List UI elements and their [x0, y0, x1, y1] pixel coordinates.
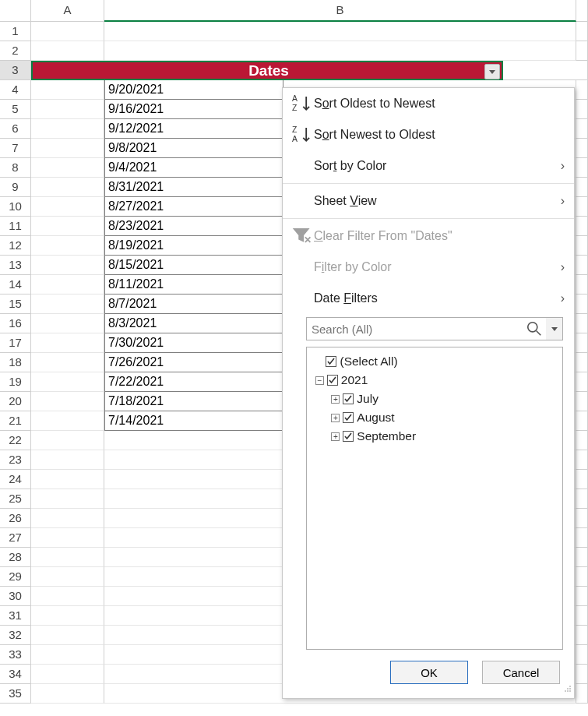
cell[interactable]	[576, 489, 588, 509]
row-header[interactable]: 9	[0, 178, 31, 197]
date-cell[interactable]: 8/19/2021	[104, 236, 283, 256]
date-cell[interactable]: 7/22/2021	[104, 372, 283, 392]
expand-icon[interactable]	[331, 414, 340, 422]
cell[interactable]	[31, 41, 104, 61]
cell[interactable]	[31, 489, 104, 509]
cell[interactable]	[31, 431, 104, 450]
cell[interactable]	[576, 606, 588, 626]
row-header[interactable]: 24	[0, 470, 31, 489]
cell[interactable]	[31, 197, 104, 217]
date-cell[interactable]: 8/15/2021	[104, 256, 283, 275]
row-header[interactable]: 10	[0, 197, 31, 217]
resize-grip-icon[interactable]	[564, 682, 572, 696]
date-cell[interactable]: 8/31/2021	[104, 178, 283, 197]
cell[interactable]	[576, 392, 588, 411]
expand-icon[interactable]	[331, 432, 340, 441]
cell[interactable]	[31, 411, 104, 431]
date-cell[interactable]: 7/14/2021	[104, 411, 283, 431]
cell[interactable]	[31, 295, 104, 314]
select-all-corner[interactable]	[0, 0, 31, 22]
row-header[interactable]: 25	[0, 489, 31, 509]
date-cell[interactable]: 8/11/2021	[104, 275, 283, 295]
cell[interactable]	[31, 236, 104, 256]
row-header[interactable]: 3	[0, 61, 31, 80]
date-cell[interactable]: 9/20/2021	[104, 80, 283, 100]
row-header[interactable]: 33	[0, 645, 31, 665]
cell[interactable]	[576, 197, 588, 217]
row-header[interactable]: 31	[0, 606, 31, 626]
tree-month[interactable]: September	[310, 427, 559, 446]
cell[interactable]	[576, 22, 588, 41]
cell[interactable]	[31, 587, 104, 606]
cell[interactable]	[576, 100, 588, 119]
cell[interactable]	[31, 100, 104, 119]
cell[interactable]	[31, 314, 104, 333]
expand-icon[interactable]	[331, 395, 340, 404]
sort-by-color[interactable]: Sort by Color ›	[283, 150, 574, 182]
cell[interactable]	[31, 119, 104, 139]
date-cell[interactable]: 7/30/2021	[104, 333, 283, 353]
cell[interactable]	[31, 333, 104, 353]
cell[interactable]	[31, 470, 104, 489]
cell[interactable]	[31, 626, 104, 645]
date-filters[interactable]: Date Filters ›	[283, 283, 574, 314]
cell[interactable]	[576, 411, 588, 431]
cell[interactable]	[576, 645, 588, 665]
row-header[interactable]: 12	[0, 236, 31, 256]
row-header[interactable]: 32	[0, 626, 31, 645]
cell[interactable]	[31, 275, 104, 295]
cell[interactable]	[31, 22, 104, 41]
checkbox-icon[interactable]	[343, 393, 354, 404]
cancel-button[interactable]: Cancel	[482, 661, 560, 684]
cell[interactable]	[31, 548, 104, 567]
cell[interactable]	[31, 567, 104, 587]
cell[interactable]	[576, 119, 588, 139]
cell[interactable]	[576, 509, 588, 528]
cell[interactable]	[576, 431, 588, 450]
row-header[interactable]: 22	[0, 431, 31, 450]
cell[interactable]	[576, 587, 588, 606]
cell[interactable]	[576, 665, 588, 684]
cell[interactable]	[31, 684, 104, 704]
cell[interactable]	[576, 80, 588, 100]
cell[interactable]	[576, 295, 588, 314]
row-header[interactable]: 7	[0, 139, 31, 158]
ok-button[interactable]: OK	[390, 661, 468, 684]
cell[interactable]	[576, 314, 588, 333]
col-header-b[interactable]: B	[104, 0, 576, 22]
date-cell[interactable]: 8/7/2021	[104, 295, 283, 314]
tree-month[interactable]: July	[310, 390, 559, 408]
cell[interactable]	[503, 61, 588, 80]
row-header[interactable]: 35	[0, 684, 31, 704]
cell[interactable]	[576, 236, 588, 256]
cell[interactable]	[576, 684, 588, 704]
row-header[interactable]: 28	[0, 548, 31, 567]
filter-dropdown-button[interactable]	[484, 64, 500, 79]
cell[interactable]	[576, 333, 588, 353]
tree-month[interactable]: August	[310, 408, 559, 427]
sort-oldest-to-newest[interactable]: AZ Sort Oldest to Newest	[283, 88, 574, 119]
cell[interactable]	[576, 528, 588, 548]
cell[interactable]	[576, 217, 588, 236]
tree-year[interactable]: 2021	[310, 371, 559, 390]
cell[interactable]	[576, 450, 588, 470]
row-header[interactable]: 29	[0, 567, 31, 587]
date-cell[interactable]: 8/23/2021	[104, 217, 283, 236]
row-header[interactable]: 13	[0, 256, 31, 275]
tree-select-all[interactable]: (Select All)	[310, 352, 559, 371]
row-header[interactable]: 27	[0, 528, 31, 548]
cell[interactable]	[104, 22, 576, 41]
row-header[interactable]: 17	[0, 333, 31, 353]
cell[interactable]	[576, 470, 588, 489]
cell[interactable]	[31, 645, 104, 665]
sort-newest-to-oldest[interactable]: ZA Sort Newest to Oldest	[283, 119, 574, 150]
cell[interactable]	[31, 139, 104, 158]
search-scope-dropdown[interactable]	[546, 317, 563, 340]
cell[interactable]	[576, 256, 588, 275]
row-header[interactable]: 1	[0, 22, 31, 41]
cell[interactable]	[576, 178, 588, 197]
cell[interactable]	[31, 372, 104, 392]
checkbox-icon[interactable]	[326, 356, 336, 367]
filter-search-input[interactable]	[306, 317, 563, 340]
date-cell[interactable]: 9/8/2021	[104, 139, 283, 158]
